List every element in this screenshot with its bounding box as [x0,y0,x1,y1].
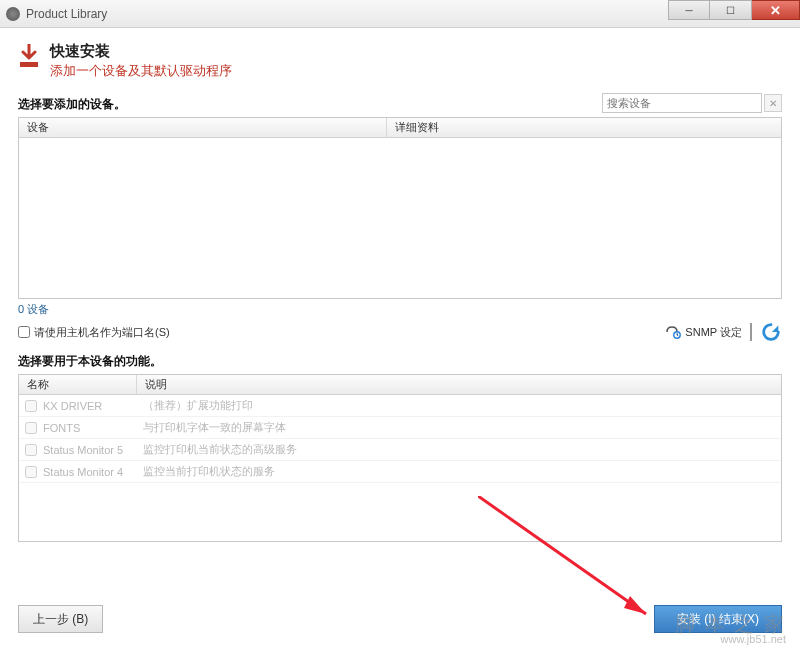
minimize-button[interactable]: ─ [668,0,710,20]
page-subtitle: 添加一个设备及其默认驱动程序 [50,62,232,80]
app-icon [6,7,20,21]
feature-name: Status Monitor 4 [43,466,123,478]
footer: 上一步 (B) 安装 (I) 结束(X) [18,605,782,633]
header-text: 快速安装 添加一个设备及其默认驱动程序 [50,42,232,80]
download-icon [18,44,40,70]
feature-desc: 监控打印机当前状态的高级服务 [137,442,781,457]
svg-rect-0 [20,62,38,67]
feature-checkbox[interactable] [25,422,37,434]
hostname-checkbox-row[interactable]: 请使用主机名作为端口名(S) [18,325,170,340]
feature-name: KX DRIVER [43,400,102,412]
close-button[interactable]: ✕ [752,0,800,20]
titlebar: Product Library ─ ☐ ✕ [0,0,800,28]
col-name[interactable]: 名称 [19,375,137,394]
watermark-text: 脚 本 之 家 [675,614,786,634]
divider [750,323,752,341]
refresh-icon[interactable] [760,321,782,343]
content-area: 快速安装 添加一个设备及其默认驱动程序 选择要添加的设备。 ✕ 设备 详细资料 … [0,28,800,542]
maximize-button[interactable]: ☐ [710,0,752,20]
right-tools: SNMP 设定 [665,321,782,343]
watermark: 脚 本 之 家 www.jb51.net [675,614,786,645]
feature-table-head: 名称 说明 [19,375,781,395]
window-title: Product Library [26,7,107,21]
feature-desc: 监控当前打印机状态的服务 [137,464,781,479]
feature-name: Status Monitor 5 [43,444,123,456]
device-table-body [19,138,781,298]
search-clear-icon[interactable]: ✕ [764,94,782,112]
col-device[interactable]: 设备 [19,118,387,137]
col-detail[interactable]: 详细资料 [387,118,781,137]
feature-row[interactable]: Status Monitor 4监控当前打印机状态的服务 [19,461,781,483]
watermark-url: www.jb51.net [675,634,786,645]
snmp-settings-link[interactable]: SNMP 设定 [665,324,742,340]
options-row: 请使用主机名作为端口名(S) SNMP 设定 [18,321,782,343]
snmp-icon [665,324,681,340]
hostname-checkbox-label: 请使用主机名作为端口名(S) [34,325,170,340]
device-table-head: 设备 详细资料 [19,118,781,138]
hostname-checkbox[interactable] [18,326,30,338]
feature-table-pad [19,483,781,541]
feature-table: 名称 说明 KX DRIVER（推荐）扩展功能打印FONTS与打印机字体一致的屏… [18,374,782,542]
page-header: 快速安装 添加一个设备及其默认驱动程序 [18,42,782,80]
feature-table-body: KX DRIVER（推荐）扩展功能打印FONTS与打印机字体一致的屏幕字体Sta… [19,395,781,483]
feature-desc: （推荐）扩展功能打印 [137,398,781,413]
feature-desc: 与打印机字体一致的屏幕字体 [137,420,781,435]
feature-checkbox[interactable] [25,466,37,478]
device-count: 0 设备 [18,302,782,317]
section2-label: 选择要用于本设备的功能。 [18,353,782,370]
feature-row[interactable]: KX DRIVER（推荐）扩展功能打印 [19,395,781,417]
search-input[interactable] [602,93,762,113]
page-title: 快速安装 [50,42,232,61]
feature-checkbox[interactable] [25,400,37,412]
feature-name: FONTS [43,422,80,434]
back-button[interactable]: 上一步 (B) [18,605,103,633]
window-controls: ─ ☐ ✕ [668,0,800,20]
feature-checkbox[interactable] [25,444,37,456]
feature-row[interactable]: Status Monitor 5监控打印机当前状态的高级服务 [19,439,781,461]
device-table: 设备 详细资料 [18,117,782,299]
snmp-label: SNMP 设定 [685,325,742,340]
col-desc[interactable]: 说明 [137,375,781,394]
feature-row[interactable]: FONTS与打印机字体一致的屏幕字体 [19,417,781,439]
search-wrap: ✕ [602,93,782,113]
